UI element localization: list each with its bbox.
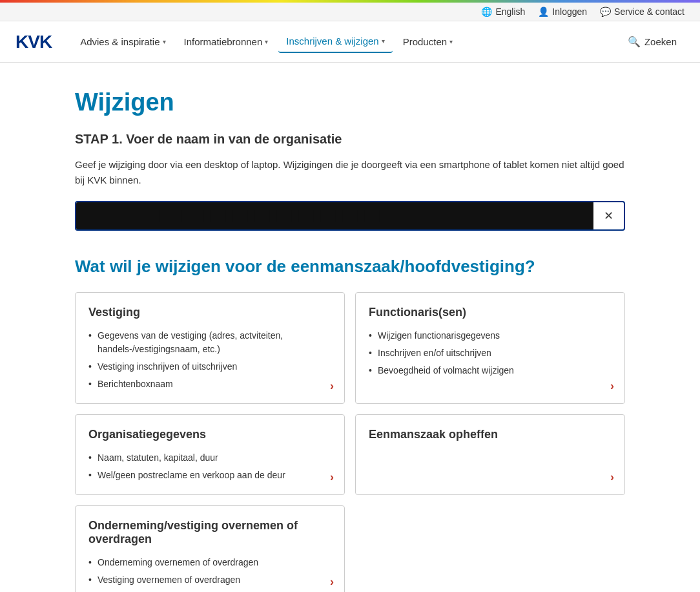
user-icon bbox=[538, 6, 549, 17]
main-nav: KVK Advies & inspiratie ▾ Informatiebron… bbox=[0, 21, 700, 63]
list-item: Gegevens van de vestiging (adres, actvit… bbox=[88, 327, 331, 358]
chevron-right-icon: › bbox=[330, 470, 334, 484]
language-label: English bbox=[495, 6, 525, 17]
search-icon bbox=[628, 36, 641, 48]
card-functionarissen-title: Functionaris(sen) bbox=[369, 306, 612, 319]
page-title: Wijzigen bbox=[75, 89, 625, 116]
chevron-right-icon: › bbox=[610, 379, 614, 393]
main-content: Wijzigen STAP 1. Voer de naam in van de … bbox=[59, 63, 641, 592]
card-organisatiegegevens-title: Organisatiegegevens bbox=[88, 428, 331, 441]
card-overnemen-overdragen[interactable]: Onderneming/vestiging overnemen of overd… bbox=[75, 505, 345, 592]
list-item: Berichtenboxnaam bbox=[88, 375, 331, 393]
nav-item-inschrijven-label: Inschrijven & wijzigen bbox=[286, 36, 378, 47]
card-vestiging-list: Gegevens van de vestiging (adres, actvit… bbox=[88, 327, 331, 393]
list-item: Vestiging overnemen of overdragen bbox=[88, 571, 331, 589]
nav-item-informatiebronnen-label: Informatiebronnen bbox=[184, 36, 263, 47]
nav-item-producten-label: Producten bbox=[403, 36, 447, 47]
card-functionarissen[interactable]: Functionaris(sen) Wijzigen functionarisg… bbox=[355, 292, 625, 404]
list-item: Onderneming overnemen of overdragen bbox=[88, 554, 331, 571]
list-item: Wel/geen postreclame en verkoop aan de d… bbox=[88, 467, 331, 484]
search-label: Zoeken bbox=[644, 36, 677, 47]
chevron-down-icon: ▾ bbox=[163, 38, 166, 45]
search-clear-button[interactable]: ✕ bbox=[593, 204, 624, 228]
step-title: STAP 1. Voer de naam in van de organisat… bbox=[75, 132, 625, 147]
chevron-right-icon: › bbox=[610, 470, 614, 484]
search-box: ✕ bbox=[75, 201, 625, 231]
top-bar: English Inloggen Service & contact bbox=[0, 3, 700, 21]
language-selector[interactable]: English bbox=[481, 6, 525, 17]
kvk-logo[interactable]: KVK bbox=[15, 32, 52, 52]
card-eenmanszaak-opheffen[interactable]: Eenmanszaak opheffen › bbox=[355, 414, 625, 495]
section-title: Wat wil je wijzigen voor de eenmanszaak/… bbox=[75, 257, 625, 277]
globe-icon bbox=[481, 6, 492, 17]
step-description: Geef je wijziging door via een desktop o… bbox=[75, 157, 625, 188]
chevron-right-icon: › bbox=[330, 379, 334, 393]
card-vestiging[interactable]: Vestiging Gegevens van de vestiging (adr… bbox=[75, 292, 345, 404]
service-contact-link[interactable]: Service & contact bbox=[600, 6, 685, 17]
nav-search[interactable]: Zoeken bbox=[620, 30, 685, 53]
nav-items: Advies & inspiratie ▾ Informatiebronnen … bbox=[72, 30, 620, 53]
login-link[interactable]: Inloggen bbox=[538, 6, 587, 17]
list-item: Inschrijven en/of uitschrijven bbox=[369, 344, 612, 362]
chevron-down-icon: ▾ bbox=[449, 38, 453, 45]
login-label: Inloggen bbox=[552, 6, 587, 17]
card-functionarissen-list: Wijzigen functionarisgegevens Inschrijve… bbox=[369, 327, 612, 379]
list-item: Naam, statuten, kapitaal, duur bbox=[88, 449, 331, 467]
card-overnemen-title: Onderneming/vestiging overnemen of overd… bbox=[88, 519, 331, 546]
search-input[interactable] bbox=[76, 202, 593, 229]
chat-icon bbox=[600, 6, 611, 17]
list-item: Bevoegdheid of volmacht wijzigen bbox=[369, 362, 612, 379]
nav-item-advies-label: Advies & inspiratie bbox=[80, 36, 160, 47]
nav-item-producten[interactable]: Producten ▾ bbox=[395, 31, 460, 52]
card-organisatiegegevens[interactable]: Organisatiegegevens Naam, statuten, kapi… bbox=[75, 414, 345, 495]
list-item: Vestiging inschrijven of uitschrijven bbox=[88, 358, 331, 375]
chevron-down-icon: ▾ bbox=[265, 38, 268, 45]
card-eenmanszaak-title: Eenmanszaak opheffen bbox=[369, 428, 612, 441]
nav-item-inschrijven[interactable]: Inschrijven & wijzigen ▾ bbox=[278, 30, 392, 53]
nav-item-advies[interactable]: Advies & inspiratie ▾ bbox=[72, 31, 173, 52]
nav-item-informatiebronnen[interactable]: Informatiebronnen ▾ bbox=[176, 31, 276, 52]
list-item: Wijzigen functionarisgegevens bbox=[369, 327, 612, 344]
chevron-down-icon: ▾ bbox=[382, 37, 385, 45]
cards-grid-middle: Organisatiegegevens Naam, statuten, kapi… bbox=[75, 414, 625, 495]
service-label: Service & contact bbox=[614, 6, 685, 17]
cards-grid-top: Vestiging Gegevens van de vestiging (adr… bbox=[75, 292, 625, 404]
cards-grid-bottom: Onderneming/vestiging overnemen of overd… bbox=[75, 505, 625, 592]
chevron-right-icon: › bbox=[330, 575, 334, 589]
card-organisatiegegevens-list: Naam, statuten, kapitaal, duur Wel/geen … bbox=[88, 449, 331, 484]
card-vestiging-title: Vestiging bbox=[88, 306, 331, 319]
card-overnemen-list: Onderneming overnemen of overdragen Vest… bbox=[88, 554, 331, 589]
